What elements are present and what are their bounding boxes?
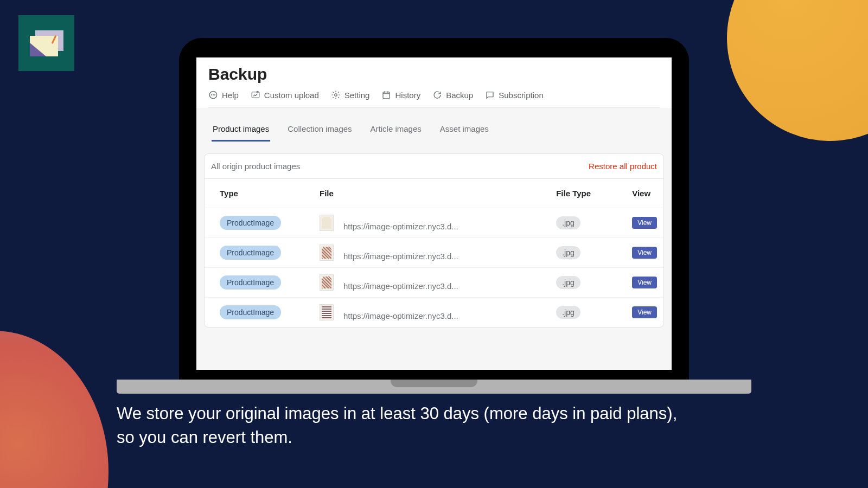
refresh-icon	[432, 90, 442, 100]
view-button[interactable]: View	[632, 247, 657, 259]
type-badge: ProductImage	[220, 216, 281, 230]
marketing-caption: We store your original images in at leas…	[117, 402, 686, 449]
svg-point-2	[213, 95, 214, 95]
help-label: Help	[222, 91, 239, 100]
history-button[interactable]: History	[381, 90, 420, 100]
column-type: Type	[205, 179, 313, 208]
svg-rect-7	[383, 92, 390, 99]
svg-point-3	[215, 95, 215, 95]
thumbnail-icon	[320, 304, 334, 320]
page-title: Backup	[208, 65, 660, 84]
decoration-blob-orange	[727, 0, 868, 141]
file-url: https://image-optimizer.nyc3.d...	[343, 252, 458, 261]
upload-icon	[251, 90, 260, 100]
thumbnail-icon	[320, 215, 334, 231]
laptop-frame: Backup Help Custom upload Setting	[179, 38, 689, 394]
app-logo-icon	[18, 15, 74, 71]
file-url: https://image-optimizer.nyc3.d...	[343, 311, 458, 320]
subscription-label: Subscription	[499, 91, 544, 100]
backup-label: Backup	[446, 91, 473, 100]
tab-product-images[interactable]: Product images	[212, 118, 270, 142]
tab-collection-images[interactable]: Collection images	[286, 118, 353, 142]
thumbnail-icon	[320, 245, 334, 261]
images-panel: All origin product images Restore all pr…	[204, 153, 664, 328]
filetype-pill: .jpg	[556, 246, 580, 259]
tab-article-images[interactable]: Article images	[369, 118, 423, 142]
calendar-icon	[381, 90, 391, 100]
type-badge: ProductImage	[220, 246, 281, 260]
setting-button[interactable]: Setting	[331, 90, 370, 100]
type-badge: ProductImage	[220, 305, 281, 319]
column-file: File	[313, 179, 550, 208]
thumbnail-icon	[320, 274, 334, 291]
decoration-blob-red	[0, 331, 108, 488]
svg-point-1	[212, 95, 212, 95]
panel-heading: All origin product images	[211, 162, 300, 171]
tab-asset-images[interactable]: Asset images	[439, 118, 490, 142]
table-row: ProductImagehttps://image-optimizer.nyc3…	[205, 268, 663, 298]
table-row: ProductImagehttps://image-optimizer.nyc3…	[205, 238, 663, 268]
backup-button[interactable]: Backup	[432, 90, 473, 100]
svg-point-6	[335, 94, 337, 97]
app-window: Backup Help Custom upload Setting	[196, 57, 672, 370]
tabs: Product images Collection images Article…	[204, 118, 664, 142]
setting-label: Setting	[344, 91, 370, 100]
file-url: https://image-optimizer.nyc3.d...	[343, 222, 458, 231]
file-url: https://image-optimizer.nyc3.d...	[343, 281, 458, 291]
filetype-pill: .jpg	[556, 216, 580, 229]
custom-upload-label: Custom upload	[264, 91, 319, 100]
help-button[interactable]: Help	[208, 90, 239, 100]
filetype-pill: .jpg	[556, 306, 580, 319]
view-button[interactable]: View	[632, 306, 657, 318]
message-icon	[485, 90, 495, 100]
toolbar: Help Custom upload Setting History	[208, 90, 660, 108]
filetype-pill: .jpg	[556, 276, 580, 289]
custom-upload-button[interactable]: Custom upload	[251, 90, 319, 100]
gear-icon	[331, 90, 341, 100]
table-row: ProductImagehttps://image-optimizer.nyc3…	[205, 298, 663, 328]
subscription-button[interactable]: Subscription	[485, 90, 544, 100]
type-badge: ProductImage	[220, 275, 281, 290]
chat-icon	[208, 90, 218, 100]
column-filetype: File Type	[550, 179, 626, 208]
view-button[interactable]: View	[632, 277, 657, 288]
images-table: Type File File Type View ProductImagehtt…	[205, 179, 663, 327]
table-row: ProductImagehttps://image-optimizer.nyc3…	[205, 208, 663, 238]
restore-all-link[interactable]: Restore all product	[589, 162, 657, 171]
history-label: History	[395, 91, 420, 100]
column-view: View	[626, 179, 663, 208]
view-button[interactable]: View	[632, 217, 657, 229]
